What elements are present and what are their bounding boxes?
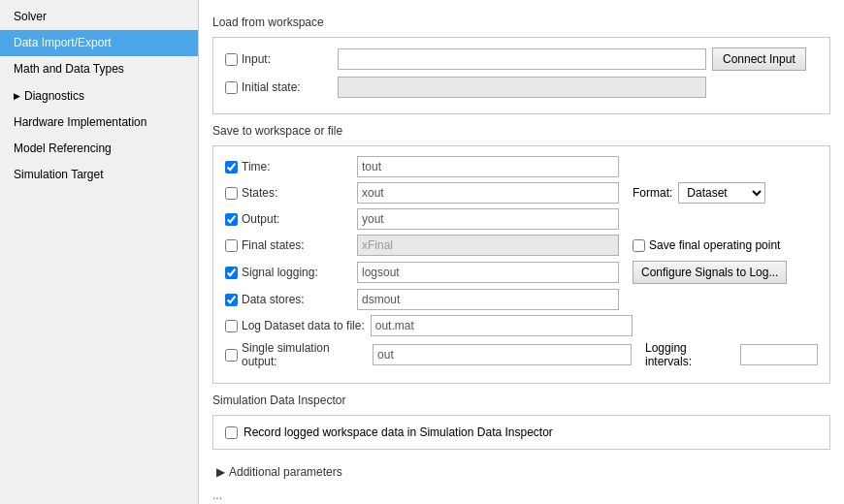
main-content: Load from workspace Input: [t, u] Connec… — [199, 0, 844, 504]
input-row: Input: [t, u] Connect Input — [225, 47, 818, 71]
data-stores-field[interactable] — [357, 289, 619, 310]
initial-state-field[interactable]: xInitial — [338, 77, 706, 98]
expand-arrow-icon: ▶ — [216, 465, 225, 479]
sidebar-item-simulation-target[interactable]: Simulation Target — [0, 162, 198, 188]
sidebar-item-hardware-implementation[interactable]: Hardware Implementation — [0, 110, 198, 136]
states-checkbox[interactable] — [225, 187, 238, 200]
final-states-label: Final states: — [225, 238, 351, 252]
sidebar: Solver Data Import/Export Math and Data … — [0, 0, 199, 504]
single-sim-label: Single simulation output: — [225, 341, 367, 368]
inspector-section-title: Simulation Data Inspector — [212, 394, 830, 407]
data-stores-label: Data stores: — [225, 293, 351, 306]
data-stores-checkbox[interactable] — [225, 294, 238, 306]
signal-logging-label: Signal logging: — [225, 266, 351, 279]
logging-intervals-field[interactable]: [-inf, inf] — [740, 344, 818, 365]
ellipsis: ... — [212, 485, 830, 504]
final-states-row: Final states: Save final operating point — [225, 235, 818, 256]
log-dataset-checkbox[interactable] — [225, 320, 238, 332]
input-label: Input: — [225, 52, 332, 66]
input-checkbox[interactable] — [225, 53, 238, 66]
sidebar-item-solver[interactable]: Solver — [0, 4, 198, 30]
arrow-icon: ▶ — [14, 89, 20, 103]
initial-state-label: Initial state: — [225, 80, 332, 94]
input-field[interactable]: [t, u] — [338, 48, 706, 70]
data-stores-row: Data stores: — [225, 289, 818, 310]
initial-state-row: Initial state: xInitial — [225, 77, 818, 98]
log-dataset-label: Log Dataset data to file: — [225, 319, 365, 332]
single-sim-row: Single simulation output: Logging interv… — [225, 341, 818, 368]
output-label: Output: — [225, 212, 351, 226]
time-row: Time: — [225, 156, 818, 177]
connect-input-button[interactable]: Connect Input — [712, 47, 806, 71]
output-row: Output: — [225, 208, 818, 230]
record-row: Record logged workspace data in Simulati… — [225, 425, 818, 439]
final-states-checkbox[interactable] — [225, 239, 238, 252]
format-group: Format: Dataset Array Structure Structur… — [633, 182, 765, 204]
additional-params-toggle[interactable]: ▶ Additional parameters — [212, 459, 830, 485]
configure-signals-button[interactable]: Configure Signals to Log... — [633, 261, 787, 284]
signal-logging-row: Signal logging: Configure Signals to Log… — [225, 261, 818, 284]
logging-group: Logging intervals: [-inf, inf] — [645, 341, 818, 368]
sidebar-item-diagnostics[interactable]: ▶ Diagnostics — [0, 83, 198, 110]
states-label: States: — [225, 186, 351, 200]
time-checkbox[interactable] — [225, 161, 238, 173]
signal-logging-checkbox[interactable] — [225, 267, 238, 279]
save-final-group: Save final operating point — [633, 238, 780, 252]
signal-logging-field[interactable] — [357, 262, 619, 283]
save-section-title: Save to workspace or file — [212, 124, 830, 138]
output-checkbox[interactable] — [225, 213, 238, 226]
sidebar-item-data-import-export[interactable]: Data Import/Export — [0, 30, 198, 56]
time-field[interactable] — [357, 156, 619, 177]
format-select[interactable]: Dataset Array Structure Structure with t… — [678, 182, 765, 204]
initial-state-checkbox[interactable] — [225, 81, 238, 94]
save-final-checkbox[interactable] — [633, 239, 645, 252]
log-dataset-row: Log Dataset data to file: — [225, 315, 818, 336]
sidebar-item-model-referencing[interactable]: Model Referencing — [0, 136, 198, 162]
inspector-box: Record logged workspace data in Simulati… — [212, 415, 830, 450]
record-checkbox[interactable] — [225, 426, 238, 439]
final-states-field[interactable] — [357, 235, 619, 256]
output-field[interactable] — [357, 208, 619, 230]
time-label: Time: — [225, 160, 351, 173]
states-field[interactable] — [357, 182, 619, 204]
log-dataset-field[interactable] — [371, 315, 633, 336]
load-section-box: Input: [t, u] Connect Input Initial stat… — [212, 37, 830, 114]
sidebar-item-math-data-types[interactable]: Math and Data Types — [0, 56, 198, 82]
single-sim-field[interactable] — [373, 344, 632, 365]
states-row: States: Format: Dataset Array Structure … — [225, 182, 818, 204]
save-section-box: Time: States: Format: Dataset Array Stru… — [212, 145, 830, 384]
single-sim-checkbox[interactable] — [225, 349, 238, 362]
load-section-title: Load from workspace — [212, 16, 830, 29]
